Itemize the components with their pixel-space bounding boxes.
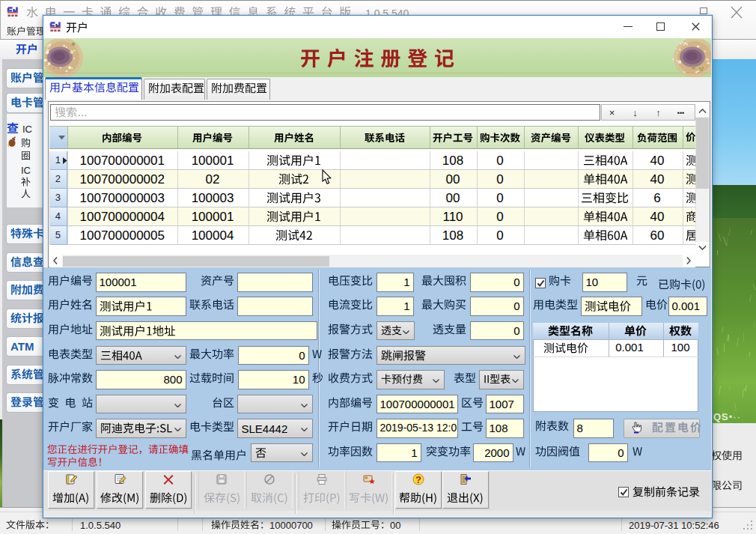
svg-text:?: ? [415,473,421,485]
